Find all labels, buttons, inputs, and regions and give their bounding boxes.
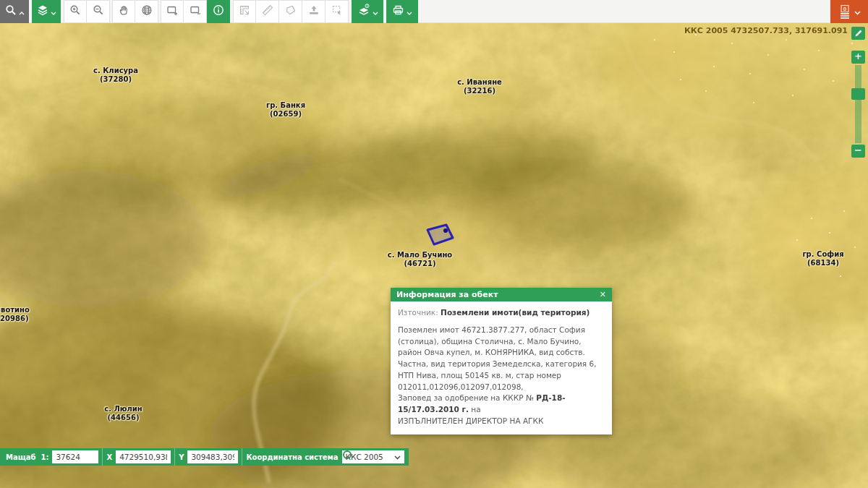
import-data-button[interactable] [302,0,326,23]
divider [174,448,175,466]
polygon-icon [285,4,297,19]
source-value: Поземлени имоти(вид територия) [441,308,590,317]
rect-plus-icon [166,4,178,19]
zoom-slider-handle[interactable] [851,88,865,100]
popup-title: Информация за обект [396,290,498,299]
menu-badge-icon: 0 [838,4,851,19]
hand-icon [118,4,129,19]
popup-source-line: Източник: Поземлени имоти(вид територия) [398,307,605,319]
authority-line: ИЗПЪЛНИТЕЛЕН ДИРЕКТОР НА АГКК [398,416,543,425]
select-features-button[interactable] [326,0,349,23]
x-coordinate-input[interactable] [116,450,171,463]
notifications-badge: 0 [843,6,846,12]
chevron-down-icon [51,4,56,18]
rect-minus-icon [190,4,201,19]
source-label: Източник: [398,308,438,317]
zoom-slider-plus-button[interactable]: + [851,51,865,64]
parcel-vertex-marker [443,228,448,233]
cursor-coordinates: ККС 2005 4732507.733, 317691.091 [684,26,848,35]
layers-info-icon [357,4,370,19]
zoom-out-button[interactable] [87,0,110,23]
statusbar-info-circle-icon[interactable] [343,450,352,459]
chevron-down-icon [373,4,378,18]
identify-layers-button[interactable] [352,0,383,23]
selection-rect-icon [331,4,343,19]
gis-viewer-window: с. Клисура(37280) гр. Банкя(02659) с. Ив… [0,0,868,488]
close-icon[interactable]: ✕ [600,290,606,299]
zoom-window-out-button[interactable] [184,0,207,23]
measure-ruler-button[interactable] [233,0,256,23]
zoom-slider-minus-button[interactable]: − [851,145,865,158]
measure-area-button[interactable] [279,0,302,23]
chevron-up-icon [19,4,25,18]
zoom-out-icon [93,4,104,19]
magnifier-icon [5,4,17,19]
object-info-popup: Информация за обект ✕ Източник: Поземлен… [391,288,612,435]
printer-icon [392,4,404,19]
identify-button[interactable] [207,0,230,23]
chevron-down-icon [407,4,412,18]
scale-label: Мащаб 1: [6,453,48,461]
y-label: Y [179,453,184,461]
scale-input[interactable] [52,450,98,463]
zoom-window-in-button[interactable] [161,0,184,23]
x-label: X [106,453,112,461]
zoom-slider-track[interactable] [855,65,861,143]
layers-button[interactable] [32,0,61,23]
main-toolbar: 0 [0,0,868,23]
full-extent-button[interactable] [135,0,158,23]
pencil-icon [854,27,863,40]
divider [102,448,103,466]
parcel-description: Поземлен имот 46721.3877.277, област Соф… [398,325,605,427]
draw-edit-button[interactable] [851,27,865,40]
info-icon [213,4,224,19]
layers-icon [37,4,48,19]
zoom-slider: + − [851,51,865,158]
y-coordinate-input[interactable] [187,450,238,463]
chevron-down-icon [394,453,401,461]
zoom-in-button[interactable] [64,0,87,23]
print-button[interactable] [386,0,418,23]
chevron-down-icon [854,4,861,18]
pan-button[interactable] [112,0,135,23]
measure-distance-button[interactable] [256,0,279,23]
divider [242,448,242,466]
popup-body: Източник: Поземлени имоти(вид територия)… [391,301,612,435]
upload-icon [308,4,320,19]
crs-label: Координатна система [246,453,338,461]
notifications-menu-button[interactable]: 0 [830,0,868,23]
corner-ruler-icon [239,4,250,19]
zoom-in-icon [69,4,81,19]
globe-icon [141,4,153,19]
search-button[interactable] [0,0,29,23]
popup-header: Информация за обект ✕ [391,288,612,301]
diagonal-ruler-icon [262,4,273,19]
